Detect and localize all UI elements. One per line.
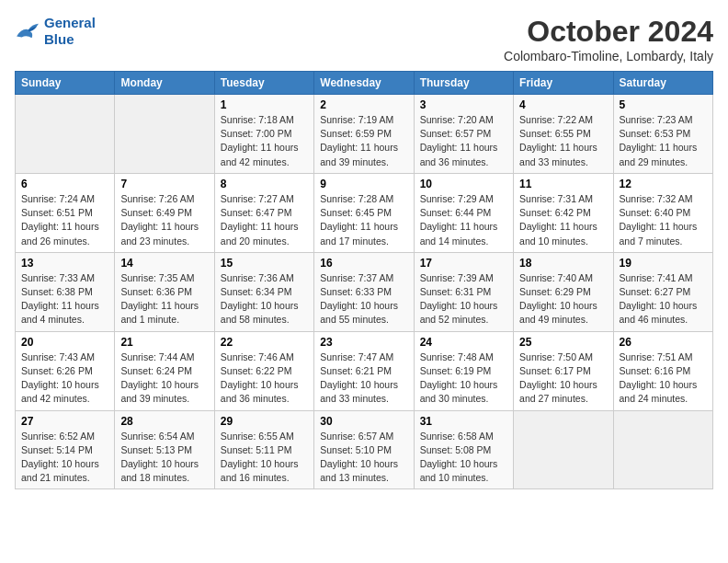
day-cell: 30Sunrise: 6:57 AM Sunset: 5:10 PM Dayli… — [314, 410, 414, 489]
day-number: 25 — [519, 336, 607, 349]
page-subtitle: Colombaro-Timoline, Lombardy, Italy — [504, 49, 713, 63]
day-number: 9 — [320, 178, 407, 190]
day-number: 31 — [420, 415, 507, 428]
day-detail: Sunrise: 6:52 AM Sunset: 5:14 PM Dayligh… — [21, 430, 108, 486]
col-header-thursday: Thursday — [414, 72, 513, 95]
day-number: 21 — [120, 336, 208, 349]
day-detail: Sunrise: 7:22 AM Sunset: 6:55 PM Dayligh… — [519, 113, 607, 169]
day-cell: 13Sunrise: 7:33 AM Sunset: 6:38 PM Dayli… — [16, 252, 115, 331]
day-detail: Sunrise: 6:58 AM Sunset: 5:08 PM Dayligh… — [420, 430, 507, 486]
day-number: 29 — [221, 415, 308, 428]
logo: General Blue — [15, 15, 96, 48]
day-detail: Sunrise: 7:27 AM Sunset: 6:47 PM Dayligh… — [221, 192, 308, 248]
day-cell: 18Sunrise: 7:40 AM Sunset: 6:29 PM Dayli… — [514, 252, 613, 331]
day-detail: Sunrise: 7:48 AM Sunset: 6:19 PM Dayligh… — [420, 350, 507, 407]
day-number: 2 — [320, 98, 407, 111]
logo-text: General Blue — [44, 15, 96, 48]
day-detail: Sunrise: 6:54 AM Sunset: 5:13 PM Dayligh… — [120, 430, 208, 486]
col-header-saturday: Saturday — [613, 72, 712, 95]
day-number: 3 — [420, 98, 507, 111]
day-cell: 28Sunrise: 6:54 AM Sunset: 5:13 PM Dayli… — [115, 410, 214, 489]
day-detail: Sunrise: 7:51 AM Sunset: 6:16 PM Dayligh… — [620, 350, 707, 407]
page-title: October 2024 — [504, 15, 713, 49]
title-block: October 2024 Colombaro-Timoline, Lombard… — [504, 15, 713, 63]
day-cell: 23Sunrise: 7:47 AM Sunset: 6:21 PM Dayli… — [314, 331, 414, 410]
day-cell: 31Sunrise: 6:58 AM Sunset: 5:08 PM Dayli… — [414, 410, 513, 489]
day-detail: Sunrise: 7:32 AM Sunset: 6:40 PM Dayligh… — [620, 192, 707, 248]
day-detail: Sunrise: 7:31 AM Sunset: 6:42 PM Dayligh… — [519, 192, 607, 248]
day-cell — [16, 95, 115, 174]
day-number: 16 — [320, 257, 407, 270]
day-cell: 4Sunrise: 7:22 AM Sunset: 6:55 PM Daylig… — [514, 95, 613, 174]
day-cell: 21Sunrise: 7:44 AM Sunset: 6:24 PM Dayli… — [115, 331, 214, 410]
day-cell: 6Sunrise: 7:24 AM Sunset: 6:51 PM Daylig… — [16, 173, 115, 252]
day-number: 4 — [519, 98, 607, 111]
day-cell — [514, 410, 613, 489]
day-cell: 19Sunrise: 7:41 AM Sunset: 6:27 PM Dayli… — [613, 252, 712, 331]
week-row-2: 6Sunrise: 7:24 AM Sunset: 6:51 PM Daylig… — [16, 173, 713, 252]
day-cell: 10Sunrise: 7:29 AM Sunset: 6:44 PM Dayli… — [414, 173, 513, 252]
col-header-sunday: Sunday — [16, 72, 115, 95]
day-number: 15 — [221, 257, 308, 270]
calendar-header-row: SundayMondayTuesdayWednesdayThursdayFrid… — [16, 72, 713, 95]
day-detail: Sunrise: 7:47 AM Sunset: 6:21 PM Dayligh… — [320, 350, 407, 407]
day-number: 17 — [420, 257, 507, 270]
calendar-body: 1Sunrise: 7:18 AM Sunset: 7:00 PM Daylig… — [16, 95, 713, 489]
day-detail: Sunrise: 7:24 AM Sunset: 6:51 PM Dayligh… — [21, 192, 108, 248]
day-number: 11 — [519, 178, 607, 190]
day-cell: 14Sunrise: 7:35 AM Sunset: 6:36 PM Dayli… — [115, 252, 214, 331]
calendar-table: SundayMondayTuesdayWednesdayThursdayFrid… — [15, 71, 713, 489]
day-detail: Sunrise: 7:20 AM Sunset: 6:57 PM Dayligh… — [420, 113, 507, 169]
day-cell: 7Sunrise: 7:26 AM Sunset: 6:49 PM Daylig… — [115, 173, 214, 252]
day-number: 19 — [620, 257, 707, 270]
day-number: 26 — [620, 336, 707, 349]
day-number: 1 — [221, 98, 308, 111]
day-detail: Sunrise: 7:50 AM Sunset: 6:17 PM Dayligh… — [519, 350, 607, 407]
day-cell: 20Sunrise: 7:43 AM Sunset: 6:26 PM Dayli… — [16, 331, 115, 410]
day-detail: Sunrise: 7:37 AM Sunset: 6:33 PM Dayligh… — [320, 271, 407, 327]
day-detail: Sunrise: 7:23 AM Sunset: 6:53 PM Dayligh… — [620, 113, 707, 169]
day-number: 5 — [620, 98, 707, 111]
day-number: 20 — [21, 336, 108, 349]
day-cell: 5Sunrise: 7:23 AM Sunset: 6:53 PM Daylig… — [613, 95, 712, 174]
logo-icon — [15, 21, 40, 41]
day-number: 14 — [120, 257, 208, 270]
day-cell: 25Sunrise: 7:50 AM Sunset: 6:17 PM Dayli… — [514, 331, 613, 410]
day-cell: 2Sunrise: 7:19 AM Sunset: 6:59 PM Daylig… — [314, 95, 414, 174]
day-detail: Sunrise: 7:19 AM Sunset: 6:59 PM Dayligh… — [320, 113, 407, 169]
day-cell: 9Sunrise: 7:28 AM Sunset: 6:45 PM Daylig… — [314, 173, 414, 252]
week-row-4: 20Sunrise: 7:43 AM Sunset: 6:26 PM Dayli… — [16, 331, 713, 410]
day-cell: 22Sunrise: 7:46 AM Sunset: 6:22 PM Dayli… — [214, 331, 313, 410]
day-number: 13 — [21, 257, 108, 270]
day-cell: 12Sunrise: 7:32 AM Sunset: 6:40 PM Dayli… — [613, 173, 712, 252]
day-cell: 8Sunrise: 7:27 AM Sunset: 6:47 PM Daylig… — [214, 173, 313, 252]
day-cell: 15Sunrise: 7:36 AM Sunset: 6:34 PM Dayli… — [214, 252, 313, 331]
col-header-friday: Friday — [514, 72, 613, 95]
day-number: 10 — [420, 178, 507, 190]
day-detail: Sunrise: 7:35 AM Sunset: 6:36 PM Dayligh… — [120, 271, 208, 327]
day-number: 27 — [21, 415, 108, 428]
week-row-3: 13Sunrise: 7:33 AM Sunset: 6:38 PM Dayli… — [16, 252, 713, 331]
day-detail: Sunrise: 6:55 AM Sunset: 5:11 PM Dayligh… — [221, 430, 308, 486]
day-number: 24 — [420, 336, 507, 349]
day-detail: Sunrise: 7:46 AM Sunset: 6:22 PM Dayligh… — [221, 350, 308, 407]
day-cell: 1Sunrise: 7:18 AM Sunset: 7:00 PM Daylig… — [214, 95, 313, 174]
day-cell: 11Sunrise: 7:31 AM Sunset: 6:42 PM Dayli… — [514, 173, 613, 252]
day-cell: 3Sunrise: 7:20 AM Sunset: 6:57 PM Daylig… — [414, 95, 513, 174]
day-number: 8 — [221, 178, 308, 190]
day-cell: 24Sunrise: 7:48 AM Sunset: 6:19 PM Dayli… — [414, 331, 513, 410]
day-detail: Sunrise: 7:29 AM Sunset: 6:44 PM Dayligh… — [420, 192, 507, 248]
page-header: General Blue October 2024 Colombaro-Timo… — [15, 15, 713, 63]
day-detail: Sunrise: 7:40 AM Sunset: 6:29 PM Dayligh… — [519, 271, 607, 327]
day-number: 23 — [320, 336, 407, 349]
day-cell: 29Sunrise: 6:55 AM Sunset: 5:11 PM Dayli… — [214, 410, 313, 489]
day-detail: Sunrise: 7:39 AM Sunset: 6:31 PM Dayligh… — [420, 271, 507, 327]
day-detail: Sunrise: 7:26 AM Sunset: 6:49 PM Dayligh… — [120, 192, 208, 248]
day-number: 12 — [620, 178, 707, 190]
col-header-monday: Monday — [115, 72, 214, 95]
day-detail: Sunrise: 7:43 AM Sunset: 6:26 PM Dayligh… — [21, 350, 108, 407]
day-detail: Sunrise: 7:41 AM Sunset: 6:27 PM Dayligh… — [620, 271, 707, 327]
day-number: 22 — [221, 336, 308, 349]
day-detail: Sunrise: 6:57 AM Sunset: 5:10 PM Dayligh… — [320, 430, 407, 486]
col-header-wednesday: Wednesday — [314, 72, 414, 95]
